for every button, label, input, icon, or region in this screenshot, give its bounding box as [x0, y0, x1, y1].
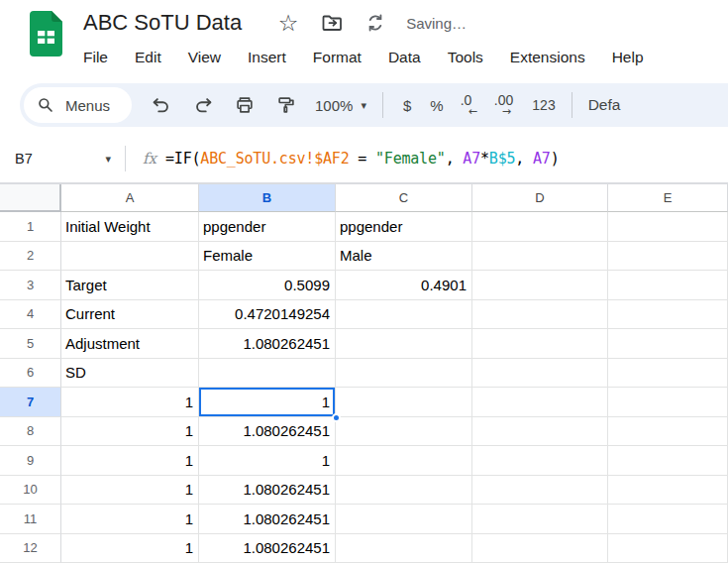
menu-insert[interactable]: Insert [248, 49, 286, 66]
more-formats-button[interactable]: 123 [532, 97, 555, 113]
cell-C10[interactable] [336, 476, 472, 506]
cell-E4[interactable] [608, 300, 728, 330]
percent-format-button[interactable]: % [430, 97, 443, 114]
cell-D9[interactable] [472, 446, 608, 476]
cell-B4[interactable]: 0.4720149254 [199, 300, 336, 330]
cell-E10[interactable] [608, 476, 728, 506]
cell-C11[interactable] [336, 505, 472, 534]
cell-D12[interactable] [472, 534, 608, 564]
formula-input[interactable]: =IF(ABC_SoTU.csv!$AF2 = "Female", A7*B$5… [165, 150, 559, 168]
row-header-3[interactable]: 3 [0, 271, 61, 300]
zoom-selector[interactable]: 100% ▾ [315, 97, 366, 114]
cell-C1[interactable]: ppgender [336, 212, 472, 242]
menu-edit[interactable]: Edit [135, 49, 161, 66]
row-header-10[interactable]: 10 [0, 476, 61, 506]
column-header-D[interactable]: D [472, 184, 608, 212]
cell-A3[interactable]: Target [61, 271, 199, 300]
cell-B1[interactable]: ppgender [199, 212, 336, 242]
cell-B9[interactable]: 1 [199, 446, 336, 476]
column-header-E[interactable]: E [608, 184, 728, 212]
cell-D8[interactable] [472, 417, 608, 447]
cell-E2[interactable] [608, 242, 728, 272]
cell-B3[interactable]: 0.5099 [199, 271, 336, 300]
cell-D1[interactable] [472, 212, 608, 242]
cell-D7[interactable] [472, 388, 608, 417]
cell-A4[interactable]: Current [61, 300, 199, 330]
cell-E1[interactable] [608, 212, 728, 242]
name-box[interactable]: B7 ▾ [0, 151, 111, 167]
print-button[interactable] [233, 93, 257, 117]
move-to-folder-button[interactable] [319, 10, 345, 36]
cell-C8[interactable] [336, 417, 472, 447]
column-header-C[interactable]: C [336, 184, 472, 212]
cell-C5[interactable] [336, 329, 472, 359]
font-selector[interactable]: Defa [588, 96, 621, 114]
document-title[interactable]: ABC SoTU Data [83, 10, 242, 36]
cell-E8[interactable] [608, 417, 728, 447]
column-header-B[interactable]: B [199, 184, 336, 212]
cell-B10[interactable]: 1.080262451 [199, 476, 336, 506]
row-header-2[interactable]: 2 [0, 242, 61, 272]
row-header-4[interactable]: 4 [0, 300, 61, 330]
menu-help[interactable]: Help [612, 49, 644, 66]
currency-format-button[interactable]: $ [403, 97, 411, 114]
cell-B11[interactable]: 1.080262451 [199, 505, 336, 534]
cell-C7[interactable] [336, 388, 472, 417]
row-header-1[interactable]: 1 [0, 212, 61, 242]
cell-A12[interactable]: 1 [61, 534, 199, 564]
row-header-7[interactable]: 7 [0, 388, 61, 417]
cell-E6[interactable] [608, 359, 728, 389]
row-header-11[interactable]: 11 [0, 505, 61, 534]
cell-B6[interactable] [199, 359, 336, 389]
cell-A11[interactable]: 1 [61, 505, 199, 534]
decrease-decimal-button[interactable]: .0 ← [461, 94, 477, 117]
cell-B8[interactable]: 1.080262451 [199, 417, 336, 447]
row-header-8[interactable]: 8 [0, 417, 61, 447]
cell-E11[interactable] [608, 505, 728, 534]
increase-decimal-button[interactable]: .00 → [494, 94, 513, 117]
cell-A6[interactable]: SD [61, 359, 199, 389]
cell-D11[interactable] [472, 505, 608, 534]
cell-A7[interactable]: 1 [61, 388, 199, 417]
cell-C9[interactable] [336, 446, 472, 476]
cell-A10[interactable]: 1 [61, 476, 199, 506]
menu-data[interactable]: Data [388, 49, 421, 66]
cell-A1[interactable]: Initial Weight [61, 212, 199, 242]
cell-A8[interactable]: 1 [61, 417, 199, 447]
cell-B12[interactable]: 1.080262451 [199, 534, 336, 564]
cell-C6[interactable] [336, 359, 472, 389]
cell-D4[interactable] [472, 300, 608, 330]
menu-tools[interactable]: Tools [448, 49, 483, 66]
select-all-corner[interactable] [0, 184, 61, 212]
cell-E5[interactable] [608, 329, 728, 359]
cell-D3[interactable] [472, 271, 608, 300]
menu-file[interactable]: File [83, 49, 108, 66]
cell-D5[interactable] [472, 329, 608, 359]
sheets-logo-icon[interactable] [30, 11, 62, 56]
cell-D6[interactable] [472, 359, 608, 389]
row-header-12[interactable]: 12 [0, 534, 61, 564]
column-header-A[interactable]: A [61, 184, 199, 212]
menus-search-button[interactable]: Menus [24, 87, 132, 123]
menu-view[interactable]: View [188, 49, 221, 66]
undo-button[interactable] [150, 93, 173, 117]
fill-handle[interactable] [332, 413, 341, 422]
cell-D2[interactable] [472, 242, 608, 272]
redo-button[interactable] [191, 93, 215, 117]
cell-C12[interactable] [336, 534, 472, 564]
cell-E3[interactable] [608, 271, 728, 300]
cell-E7[interactable] [608, 388, 728, 417]
cell-E12[interactable] [608, 534, 728, 564]
cell-B5[interactable]: 1.080262451 [199, 329, 336, 359]
paint-format-button[interactable] [274, 93, 298, 117]
row-header-5[interactable]: 5 [0, 329, 61, 359]
row-header-9[interactable]: 9 [0, 446, 61, 476]
cell-E9[interactable] [608, 446, 728, 476]
cell-B2[interactable]: Female [199, 242, 336, 272]
cell-C4[interactable] [336, 300, 472, 330]
cell-C3[interactable]: 0.4901 [336, 271, 472, 300]
cell-A2[interactable] [61, 242, 199, 272]
cell-D10[interactable] [472, 476, 608, 506]
cell-A9[interactable]: 1 [61, 446, 199, 476]
cell-A5[interactable]: Adjustment [61, 329, 199, 359]
